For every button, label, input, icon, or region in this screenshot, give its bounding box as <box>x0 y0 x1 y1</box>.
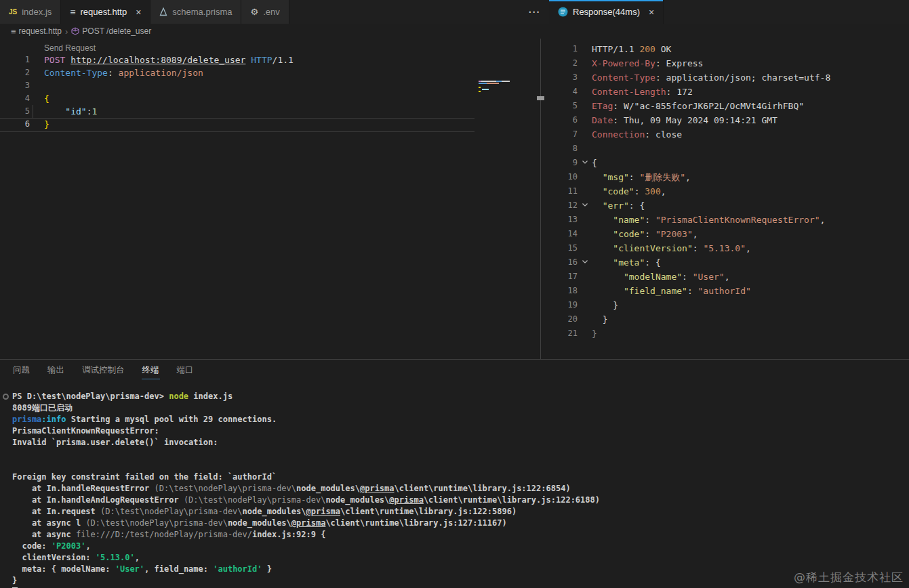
tab-request-http[interactable]: ≡ request.http × <box>61 0 150 24</box>
terminal-line: Foreign key constraint failed on the fie… <box>12 471 909 483</box>
tab-env[interactable]: ⚙ .env <box>241 0 289 24</box>
send-request-codelens[interactable]: Send Request <box>44 43 549 54</box>
panel-tab[interactable]: 终端 <box>142 362 160 379</box>
request-editor[interactable]: Send Request 1POST http://localhost:8089… <box>0 39 549 359</box>
terminal-line: PS D:\test\nodePlay\prisma-dev> node ind… <box>12 391 909 402</box>
fold-gutter <box>578 327 592 341</box>
fold-gutter <box>578 142 592 156</box>
line-number: 3 <box>549 70 578 85</box>
code-line[interactable]: 18 "field_name": "authorId" <box>549 284 909 298</box>
panel-tab[interactable]: 问题 <box>12 362 31 379</box>
code-line[interactable]: 9{ <box>549 156 909 170</box>
terminal-line: PrismaClientKnownRequestError: <box>12 425 909 437</box>
fold-chevron-icon[interactable] <box>578 156 592 170</box>
fold-gutter <box>578 184 592 198</box>
line-number: 6 <box>0 118 30 131</box>
tab-label: index.js <box>22 7 52 17</box>
line-number: 9 <box>549 156 578 170</box>
fold-gutter <box>578 284 592 298</box>
fold-chevron-icon[interactable] <box>578 198 592 213</box>
tab-index-js[interactable]: JS index.js <box>0 0 61 24</box>
tab-label: schema.prisma <box>172 7 232 17</box>
fold-gutter <box>578 298 592 312</box>
line-number: 7 <box>549 127 578 142</box>
fold-gutter <box>578 42 592 56</box>
tab-response[interactable]: Response(44ms) × <box>549 0 664 24</box>
fold-gutter <box>578 113 592 127</box>
code-line[interactable]: 5ETag: W/"ac-855fcorJK6P2L/OcMVt4GirhFBQ… <box>549 99 909 113</box>
http-file-icon: ≡ <box>70 7 75 18</box>
response-editor-lines: 1HTTP/1.1 200 OK2X-Powered-By: Express3C… <box>549 42 909 341</box>
code-line[interactable]: 13 "name": "PrismaClientKnownRequestErro… <box>549 213 909 227</box>
line-number: 1 <box>549 42 578 56</box>
line-number: 3 <box>0 79 30 92</box>
tab-schema-prisma[interactable]: schema.prisma <box>150 0 241 24</box>
breadcrumb-file[interactable]: ≡ request.http <box>11 26 62 37</box>
line-number: 10 <box>549 170 578 184</box>
minimap-row <box>479 83 499 84</box>
fold-gutter <box>578 312 592 327</box>
minimap-row <box>479 87 481 88</box>
minimap[interactable] <box>479 81 517 102</box>
code-line[interactable]: 10 "msg": "删除失败", <box>549 170 909 184</box>
line-number: 4 <box>549 85 578 99</box>
close-icon[interactable]: × <box>136 7 141 17</box>
code-line[interactable]: 1POST http://localhost:8089/delete_user … <box>0 54 549 66</box>
panel-tab[interactable]: 输出 <box>47 362 65 379</box>
fold-gutter <box>578 70 592 85</box>
code-line[interactable]: 12 "err": { <box>549 198 909 213</box>
line-number: 15 <box>549 241 578 255</box>
line-number: 19 <box>549 298 578 312</box>
panel-tab[interactable]: 端口 <box>176 362 195 379</box>
minimap-row <box>479 81 510 82</box>
tab-label: request.http <box>80 7 127 17</box>
code-line[interactable]: 4Content-Length: 172 <box>549 85 909 99</box>
terminal-line: code: 'P2003', <box>12 541 909 552</box>
code-line[interactable]: 11 "code": 300, <box>549 184 909 198</box>
line-number: 17 <box>549 270 578 284</box>
fold-gutter <box>578 213 592 227</box>
fold-gutter <box>578 241 592 255</box>
code-line[interactable]: 17 "modelName": "User", <box>549 270 909 284</box>
line-number: 18 <box>549 284 578 298</box>
fold-chevron-icon[interactable] <box>578 255 592 270</box>
code-line[interactable]: 8 <box>549 142 909 156</box>
minimap-row <box>479 85 517 86</box>
code-line[interactable]: 14 "code": "P2003", <box>549 227 909 241</box>
code-line[interactable]: 15 "clientVersion": "5.13.0", <box>549 241 909 255</box>
code-line[interactable]: 20 } <box>549 312 909 327</box>
code-line[interactable]: 5 "id":1 <box>0 105 549 118</box>
fold-gutter <box>578 270 592 284</box>
more-actions-icon[interactable]: ⋯ <box>528 0 540 24</box>
indent-guide <box>33 105 33 118</box>
terminal-line <box>12 460 909 471</box>
code-line[interactable]: 2Content-Type: application/json <box>0 66 549 79</box>
code-line[interactable]: 7Connection: close <box>549 127 909 142</box>
terminal-line: prisma:info Starting a mysql pool with 2… <box>12 414 909 425</box>
panel-tab[interactable]: 调试控制台 <box>81 362 125 379</box>
terminal-line: Invalid `prisma.user.delete()` invocatio… <box>12 437 909 448</box>
line-number: 14 <box>549 227 578 241</box>
code-line[interactable]: 3 <box>0 79 549 92</box>
scrollbar-thumb[interactable] <box>537 96 544 100</box>
code-line[interactable]: 4{ <box>0 92 549 105</box>
response-editor[interactable]: 1HTTP/1.1 200 OK2X-Powered-By: Express3C… <box>549 24 909 359</box>
tab-label: .env <box>263 7 280 17</box>
terminal[interactable]: PS D:\test\nodePlay\prisma-dev> node ind… <box>0 391 909 588</box>
code-line[interactable]: 3Content-Type: application/json; charset… <box>549 70 909 85</box>
terminal-line: at In.request (D:\test\nodePlay\prisma-d… <box>12 506 909 518</box>
prisma-icon <box>159 7 167 16</box>
editor-scrollbar[interactable] <box>540 39 541 359</box>
code-line[interactable]: 19 } <box>549 298 909 312</box>
close-icon[interactable]: × <box>649 7 654 17</box>
code-line[interactable]: 6Date: Thu, 09 May 2024 09:14:21 GMT <box>549 113 909 127</box>
terminal-line: at In.handleRequestError (D:\test\nodePl… <box>12 483 909 495</box>
code-line[interactable]: 21} <box>549 327 909 341</box>
panel-tabs: 问题输出调试控制台终端端口 <box>0 360 909 381</box>
code-line[interactable]: 2X-Powered-By: Express <box>549 56 909 70</box>
breadcrumb-symbol[interactable]: POST /delete_user <box>71 26 151 36</box>
code-line[interactable]: 6} <box>0 118 549 131</box>
terminal-line: at async l (D:\test\nodePlay\prisma-dev\… <box>12 518 909 529</box>
code-line[interactable]: 16 "meta": { <box>549 255 909 270</box>
code-line[interactable]: 1HTTP/1.1 200 OK <box>549 42 909 56</box>
